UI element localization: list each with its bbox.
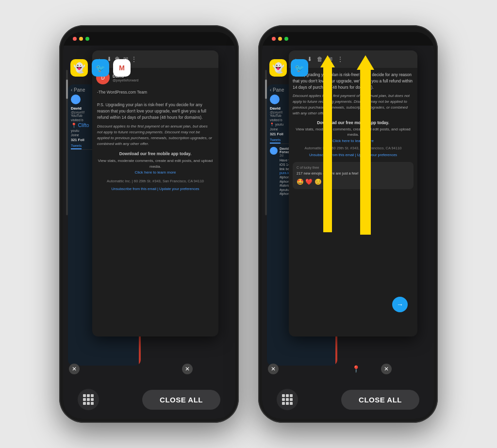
snapchat-icon[interactable]: 👻	[70, 59, 88, 77]
gmail-app-sub: View stats, moderate comments, create an…	[293, 127, 414, 137]
app-switcher-left: 👻 🐦 M ‹ Pane Da	[63, 46, 235, 380]
scroll-thumb-right	[265, 80, 267, 99]
gmail-sub-line: View stats, moderate comments, create an…	[97, 158, 214, 170]
gmail-card-body: -The WordPress.com Team P.S. Upgrading y…	[92, 84, 218, 196]
scroll-thumb-left	[66, 80, 68, 99]
close-all-button-left[interactable]: CLOSE ALL	[142, 390, 220, 410]
gmail-discount-text: Discount applies to the first payment of…	[293, 93, 414, 116]
gmail-card-right[interactable]: ← ⬇ 🗑 ✉ ⋮ P.S. Upgrading your plan is ri…	[289, 50, 417, 336]
gmail-para1: P.S. Upgrading your plan is risk-free! I…	[97, 102, 214, 120]
location-pin2-right: 📍	[352, 365, 360, 373]
snapchat-icon-right[interactable]: 👻	[269, 59, 287, 77]
scroll-indicator-left	[66, 70, 68, 215]
gmail-address-right: Automattic Inc. | 60 29th St. #343, San …	[293, 146, 414, 151]
tweets-tab-right[interactable]: Tweets	[270, 138, 281, 144]
gmail-para2: Discount applies to the first payment of…	[97, 124, 214, 147]
gmail-scrolled-body: P.S. Upgrading your plan is risk-free! I…	[289, 68, 417, 193]
close-all-button-right[interactable]: CLOSE ALL	[341, 390, 419, 410]
gmail-sender-detail: @payetteforward	[113, 79, 138, 82]
gmail-bold-line: Download our free mobile app today.	[97, 151, 214, 157]
notification-card: C of lucky thee 217 new emojis — here ar…	[293, 162, 414, 189]
grid-button-left[interactable]	[78, 389, 99, 410]
close-twitter-button[interactable]: ✕	[69, 364, 80, 374]
window-controls-right	[272, 37, 288, 41]
right-phone: 👻 🐦 ‹ Pane David @payett	[258, 25, 438, 423]
gmail-click-link[interactable]: Click here to learn more	[97, 170, 214, 176]
green-dot	[85, 37, 89, 41]
status-bar-left	[63, 32, 235, 46]
gmail-card-left[interactable]: ← ⬇ 🗑 ✉ ⋮ D David @payettefor	[92, 50, 218, 336]
notification-emojis: 🤩 ❤️ 😊 🥰	[297, 178, 410, 185]
tweet-button[interactable]: →	[392, 297, 408, 312]
yellow-dot	[79, 37, 83, 41]
twitter-avatar	[71, 95, 81, 104]
twitter-icon-right[interactable]: 🐦	[291, 59, 308, 77]
notification-sender: C of lucky thee	[297, 166, 410, 169]
twitter-avatar-right	[270, 95, 280, 104]
grid-button-right[interactable]	[277, 389, 298, 410]
grid-icon-right	[282, 394, 293, 405]
twitter-tweets-tab[interactable]: Tweets	[71, 144, 82, 149]
notification-text: 217 new emojis — here are just a few!	[297, 171, 410, 176]
grid-icon-left	[83, 394, 94, 405]
gmail-icon[interactable]: M	[113, 59, 131, 77]
nav-bar-right: CLOSE ALL	[262, 380, 434, 419]
close-gmail-button[interactable]: ✕	[182, 364, 193, 374]
gmail-app-line: Download our free mobile app today.	[293, 120, 414, 125]
gmail-app-link[interactable]: Click here to learn more	[293, 139, 414, 143]
nav-bar-left: CLOSE ALL	[63, 380, 235, 419]
gmail-unsub[interactable]: Unsubscribe from this email | Update you…	[97, 186, 214, 192]
status-bar-right	[262, 32, 434, 46]
gmail-unsub-right[interactable]: Unsubscribe from this email | Update you…	[293, 153, 414, 157]
app-icons-row-left: 👻 🐦 M	[63, 59, 235, 77]
green-dot-right	[284, 37, 288, 41]
app-icons-row-right: 👻 🐦	[262, 59, 434, 77]
yellow-dot-right	[278, 37, 282, 41]
red-dot	[73, 37, 77, 41]
close-gmail-button-right[interactable]: ✕	[381, 364, 392, 374]
red-dot-right	[272, 37, 276, 41]
close-twitter-button-right[interactable]: ✕	[268, 364, 279, 374]
twitter-icon[interactable]: 🐦	[92, 59, 109, 77]
app-switcher-right: 👻 🐦 ‹ Pane David @payett	[262, 46, 434, 380]
scroll-indicator-right	[265, 70, 267, 215]
gmail-from: -The WordPress.com Team	[97, 89, 214, 96]
gmail-address: Automattic Inc. | 60 29th St. #343, San …	[97, 178, 214, 184]
window-controls	[73, 37, 89, 41]
left-phone: 👻 🐦 M ‹ Pane Da	[59, 25, 239, 423]
